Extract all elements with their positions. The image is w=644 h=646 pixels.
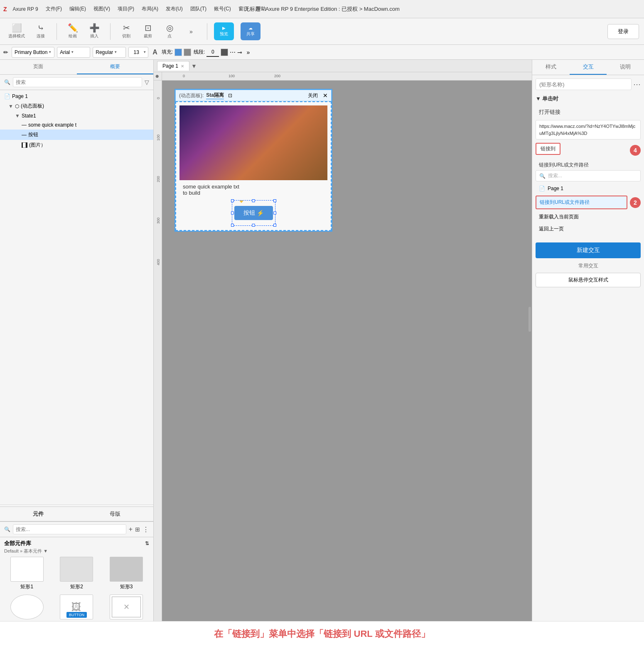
widget-more-icon[interactable]: ⋮ (143, 526, 149, 533)
trim-label: 裁剪 (144, 33, 152, 39)
right-panel-content: ⋯ ▼ 单击时 打开链接 https://www.macz.com/?id=Nz… (532, 75, 644, 646)
draw-button[interactable]: ✏️ 绘画 (64, 22, 82, 41)
share-button[interactable]: ☁ 共享 (241, 22, 261, 40)
line-color-swatch[interactable] (221, 49, 228, 56)
handle-tl[interactable] (231, 199, 234, 202)
tab-note[interactable]: 说明 (607, 60, 644, 75)
line-value-input[interactable] (206, 48, 219, 57)
login-button[interactable]: 登录 (607, 24, 639, 39)
tab-master[interactable]: 母版 (77, 507, 154, 521)
handle-tr[interactable] (273, 199, 276, 202)
format-edit-icon: ✏ (3, 49, 8, 56)
rect-more-icon[interactable]: ⋯ (633, 80, 641, 89)
tree-button-item[interactable]: — 按钮 (0, 130, 153, 140)
canvas-workspace[interactable]: (动态面板): Sta隔离 ⊡ 关闭 ✕ some quick example … (162, 81, 532, 646)
handle-br[interactable] (273, 224, 276, 227)
widget-rect1[interactable]: 矩形1 (4, 557, 50, 590)
dynamic-panel-header[interactable]: (动态面板): Sta隔离 ⊡ 关闭 ✕ (175, 90, 332, 101)
new-interaction-button[interactable]: 新建交互 (536, 242, 641, 258)
font-size-value[interactable]: 13 (130, 49, 142, 55)
canvas-scrollbar[interactable] (528, 307, 531, 332)
menu-axure[interactable]: Axure RP 9 (10, 5, 42, 14)
tab-interaction[interactable]: 交互 (570, 60, 607, 75)
font-family-arrow: ▼ (71, 50, 74, 54)
tree-dynamic-panel[interactable]: ▼ ⬡ (动态面板) (0, 101, 153, 111)
widget-add-icon[interactable]: + (129, 526, 133, 533)
tab-outline[interactable]: 概要 (77, 60, 154, 74)
tab-widget[interactable]: 元件 (0, 507, 77, 521)
ruler-mark-200: 200 (274, 74, 280, 78)
ruler-vertical: 0 100 200 300 400 (154, 81, 162, 646)
canvas-button-wrapper[interactable]: 按钮 ⚡ (234, 203, 273, 223)
connect-button[interactable]: ⤷ 连接 (32, 22, 50, 41)
format-more-icon[interactable]: » (246, 49, 250, 56)
crop-button[interactable]: ✂ 切割 (117, 22, 135, 41)
canvas-button[interactable]: 按钮 ⚡ (234, 206, 273, 220)
tree-text-item[interactable]: — some quick example t (0, 120, 153, 130)
instruction-bar: 在「链接到」菜单中选择「链接到 URL 或文件路径」 (0, 621, 644, 646)
menu-layout[interactable]: 布局(A) (138, 4, 162, 14)
widget-circle-preview (10, 595, 44, 619)
select-mode-button[interactable]: ⬜ 选择模式 (5, 22, 28, 41)
outline-search-input[interactable] (13, 77, 142, 87)
menu-file[interactable]: 文件(F) (42, 4, 65, 14)
tab-pages[interactable]: 页面 (0, 60, 77, 74)
widget-search-input[interactable] (13, 524, 126, 534)
point-button[interactable]: ◎ 点 (160, 22, 179, 41)
menu-bar: Z Axure RP 9 文件(F) 编辑(E) 视图(V) 项目(P) 布局(… (0, 0, 269, 18)
dp-close-icon[interactable]: ✕ (323, 92, 328, 99)
font-family-dropdown[interactable]: Arial ▼ (57, 47, 90, 58)
dp-state-label[interactable]: Sta隔离 (206, 92, 224, 99)
fill-color-swatch2[interactable] (184, 49, 191, 56)
menu-window[interactable]: 窗口 (235, 4, 252, 14)
tree-page1[interactable]: 📄 Page 1 (0, 92, 153, 101)
canvas-content: ⊕ 0 100 200 0 100 200 300 400 (154, 72, 532, 646)
tab-style[interactable]: 样式 (532, 60, 570, 75)
link-to-button[interactable]: 链接到 (536, 143, 560, 155)
canvas-button-text: 按钮 (243, 209, 255, 217)
menu-team[interactable]: 团队(T) (187, 4, 210, 14)
canvas-tab-dropdown-icon[interactable]: ▼ (191, 63, 197, 69)
menu-edit[interactable]: 编辑(E) (66, 4, 89, 14)
reload-option[interactable]: 重新载入当前页面 (536, 211, 641, 223)
widget-copy-icon[interactable]: ⊞ (135, 526, 140, 533)
dp-fullscreen-icon[interactable]: ⊡ (228, 93, 232, 98)
tree-state1[interactable]: ▼ State1 (0, 111, 153, 120)
canvas-page1-tab[interactable]: Page 1 ✕ (157, 61, 189, 71)
fill-color-swatch[interactable] (175, 49, 182, 56)
outline-filter-icon[interactable]: ▽ (145, 79, 149, 86)
menu-view[interactable]: 视图(V) (90, 4, 113, 14)
handle-mr[interactable] (273, 212, 276, 215)
font-style-dropdown[interactable]: Regular ▼ (93, 47, 126, 58)
menu-account[interactable]: 账号(C) (211, 4, 234, 14)
library-expand-icon[interactable]: ⇅ (145, 541, 149, 546)
page-canvas: (动态面板): Sta隔离 ⊡ 关闭 ✕ some quick example … (175, 89, 332, 232)
link-page1-option[interactable]: 📄 Page 1 (536, 183, 641, 194)
handle-ml[interactable] (231, 212, 234, 215)
trim-button[interactable]: ⊡ 裁剪 (139, 22, 157, 41)
handle-bm[interactable] (252, 224, 255, 227)
preview-button[interactable]: ▶ 预览 (214, 22, 234, 40)
hover-style-button[interactable]: 鼠标悬停交互样式 (536, 273, 641, 287)
insert-button[interactable]: ➕ 插入 (85, 22, 103, 41)
menu-publish[interactable]: 发布(U) (162, 4, 186, 14)
rect-name-input[interactable] (536, 78, 632, 90)
click-event-header[interactable]: ▼ 单击时 (536, 93, 641, 104)
shape-name-dropdown[interactable]: Primary Button ▼ (12, 47, 54, 58)
widget-rect3[interactable]: 矩形3 (103, 557, 149, 590)
more-tools-button[interactable]: » (182, 27, 200, 36)
url-display-box[interactable]: https://www.macz.com/?id=NzY4OTYwJl8mMjc… (536, 120, 641, 139)
back-option[interactable]: 返回上一页 (536, 223, 641, 235)
menu-project[interactable]: 项目(P) (114, 4, 138, 14)
menu-help[interactable]: 帮助 (253, 4, 269, 14)
canvas-tab-close-icon[interactable]: ✕ (181, 64, 184, 69)
handle-tm[interactable] (252, 199, 255, 202)
tree-image-icon: ▉ (22, 142, 27, 148)
fill-label: 填充: (162, 49, 173, 56)
library-subtitle[interactable]: Default » 基本元件 ▼ (4, 548, 149, 554)
link-to-url-option[interactable]: 链接到URL或文件路径 (536, 196, 627, 209)
dp-close-label[interactable]: 关闭 (308, 92, 318, 99)
handle-bl[interactable] (231, 224, 234, 227)
widget-rect2[interactable]: 矩形2 (54, 557, 100, 590)
tree-image-item[interactable]: ▉ (图片） (0, 140, 153, 150)
